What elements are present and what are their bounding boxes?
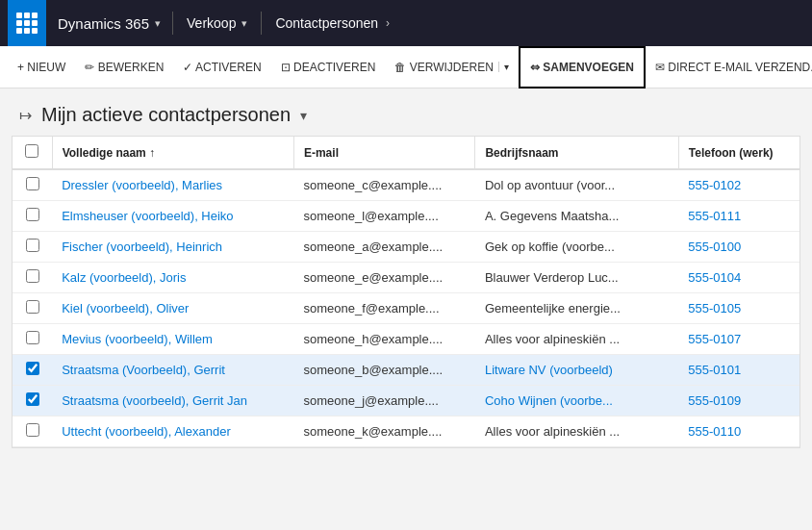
samenvoegen-button[interactable]: ⇔ SAMENVOEGEN [519, 46, 646, 88]
contact-email: someone_a@example.... [293, 232, 475, 263]
contact-phone: 555-0107 [678, 324, 799, 355]
contact-name-link[interactable]: Straatsma (voorbeeld), Gerrit Jan [62, 393, 247, 408]
phone-link[interactable]: 555-0105 [688, 301, 741, 315]
row-checkbox[interactable] [26, 269, 39, 283]
phone-link[interactable]: 555-0111 [688, 209, 741, 223]
direct-email-button[interactable]: ✉ DIRECT E-MAIL VERZEND... [646, 46, 812, 88]
table-row: Straatsma (Voorbeeld), Gerritsomeone_b@e… [13, 355, 799, 386]
module-chevron-icon: ▾ [241, 17, 247, 30]
waffle-menu[interactable] [8, 0, 46, 46]
contact-phone: 555-0110 [678, 416, 799, 447]
waffle-icon [16, 13, 38, 34]
breadcrumb-arrow-icon: › [386, 16, 390, 30]
contact-email: someone_k@example.... [293, 416, 475, 447]
contact-email: someone_f@example.... [293, 293, 475, 324]
pin-icon: ↦ [19, 106, 32, 124]
verwijderen-button[interactable]: 🗑 VERWIJDEREN ▾ [385, 46, 518, 88]
contact-name-link[interactable]: Mevius (voorbeeld), Willem [62, 332, 213, 346]
contact-name: Kiel (voorbeeld), Oliver [52, 293, 293, 324]
table-row: Fischer (voorbeeld), Heinrichsomeone_a@e… [13, 232, 799, 263]
page-header: ↦ Mijn actieve contactpersonen ▾ [0, 88, 812, 136]
phone-link[interactable]: 555-0100 [688, 240, 741, 254]
contact-name: Kalz (voorbeeld), Joris [52, 263, 293, 293]
row-checkbox-cell [13, 355, 52, 386]
verwijderen-label: 🗑 VERWIJDEREN [394, 61, 493, 74]
table-row: Straatsma (voorbeeld), Gerrit Jansomeone… [13, 386, 799, 416]
phone-link[interactable]: 555-0110 [688, 424, 741, 439]
contact-name-link[interactable]: Kiel (voorbeeld), Oliver [62, 301, 189, 315]
company-link[interactable]: Litware NV (voorbeeld) [485, 363, 613, 377]
row-checkbox-cell [13, 324, 52, 355]
row-checkbox[interactable] [26, 300, 39, 314]
phone-link[interactable]: 555-0109 [688, 393, 741, 408]
table-row: Elmsheuser (voorbeeld), Heikosomeone_l@e… [13, 201, 799, 232]
contact-company: Gek op koffie (voorbe... [475, 232, 678, 263]
phone-link[interactable]: 555-0102 [688, 178, 741, 192]
row-checkbox[interactable] [26, 392, 39, 406]
contact-phone: 555-0102 [678, 169, 799, 201]
activeren-button[interactable]: ✓ ACTIVEREN [173, 46, 270, 88]
contact-name-link[interactable]: Uttecht (voorbeeld), Alexander [62, 424, 231, 439]
row-checkbox-cell [13, 232, 52, 263]
contact-company: Litware NV (voorbeeld) [475, 355, 678, 386]
row-checkbox[interactable] [26, 208, 39, 221]
breadcrumb: Contactpersonen › [262, 0, 403, 46]
contact-company: Alles voor alpineskiën ... [475, 324, 678, 355]
contact-email: someone_j@example.... [293, 386, 475, 416]
row-checkbox[interactable] [26, 177, 39, 190]
contact-company: Gemeentelijke energie... [475, 293, 678, 324]
verwijderen-dropdown-icon[interactable]: ▾ [498, 62, 509, 72]
contact-name: Elmsheuser (voorbeeld), Heiko [52, 201, 293, 232]
select-all-checkbox[interactable] [25, 144, 38, 158]
row-checkbox[interactable] [26, 239, 39, 252]
header-phone[interactable]: Telefoon (werk) [678, 137, 799, 169]
phone-link[interactable]: 555-0101 [688, 363, 741, 377]
contact-phone: 555-0105 [678, 293, 799, 324]
company-link[interactable]: Coho Wijnen (voorbe... [485, 393, 613, 408]
app-name-button[interactable]: Dynamics 365 ▾ [46, 0, 172, 46]
contact-name-link[interactable]: Straatsma (Voorbeeld), Gerrit [62, 363, 225, 377]
contact-phone: 555-0101 [678, 355, 799, 386]
contact-phone: 555-0104 [678, 263, 799, 293]
row-checkbox-cell [13, 169, 52, 201]
table-header-row: Volledige naam ↑ E-mail Bedrijfsnaam Tel… [13, 137, 799, 169]
view-dropdown-icon[interactable]: ▾ [300, 108, 307, 123]
table-body: Dressler (voorbeeld), Marliessomeone_c@e… [13, 169, 799, 447]
contact-name-link[interactable]: Elmsheuser (voorbeeld), Heiko [62, 209, 233, 223]
nieuw-button[interactable]: + NIEUW [8, 46, 75, 88]
contact-company: Blauwer Verderop Luc... [475, 263, 678, 293]
contact-email: someone_c@example.... [293, 169, 475, 201]
contact-name: Fischer (voorbeeld), Heinrich [52, 232, 293, 263]
contact-company: Dol op avontuur (voor... [475, 169, 678, 201]
contact-email: someone_l@example.... [293, 201, 475, 232]
header-name[interactable]: Volledige naam ↑ [52, 137, 293, 169]
contact-email: someone_e@example.... [293, 263, 475, 293]
contact-company: Alles voor alpineskiën ... [475, 416, 678, 447]
contact-list-container: Volledige naam ↑ E-mail Bedrijfsnaam Tel… [12, 136, 800, 448]
deactiveren-button[interactable]: ⊡ DEACTIVEREN [271, 46, 386, 88]
row-checkbox[interactable] [26, 423, 39, 437]
contact-name: Mevius (voorbeeld), Willem [52, 324, 293, 355]
phone-link[interactable]: 555-0104 [688, 270, 741, 285]
contact-name: Straatsma (voorbeeld), Gerrit Jan [52, 386, 293, 416]
row-checkbox[interactable] [26, 331, 39, 344]
bewerken-button[interactable]: ✏ BEWERKEN [75, 46, 173, 88]
header-email[interactable]: E-mail [293, 137, 475, 169]
contact-table: Volledige naam ↑ E-mail Bedrijfsnaam Tel… [13, 137, 799, 447]
contact-name-link[interactable]: Dressler (voorbeeld), Marlies [62, 178, 222, 192]
contact-name-link[interactable]: Kalz (voorbeeld), Joris [62, 270, 186, 285]
contact-phone: 555-0111 [678, 201, 799, 232]
contact-email: someone_b@example.... [293, 355, 475, 386]
phone-link[interactable]: 555-0107 [688, 332, 741, 346]
app-chevron-icon: ▾ [155, 17, 161, 30]
header-company[interactable]: Bedrijfsnaam [475, 137, 678, 169]
contact-name-link[interactable]: Fischer (voorbeeld), Heinrich [62, 240, 222, 254]
app-name-label: Dynamics 365 [58, 15, 149, 32]
page-title: Mijn actieve contactpersonen [41, 104, 291, 126]
row-checkbox-cell [13, 263, 52, 293]
breadcrumb-label: Contactpersonen [275, 15, 378, 31]
module-button[interactable]: Verkoop ▾ [173, 0, 261, 46]
row-checkbox[interactable] [26, 362, 39, 375]
contact-company: Coho Wijnen (voorbe... [475, 386, 678, 416]
toolbar: + NIEUW ✏ BEWERKEN ✓ ACTIVEREN ⊡ DEACTIV… [0, 46, 812, 88]
